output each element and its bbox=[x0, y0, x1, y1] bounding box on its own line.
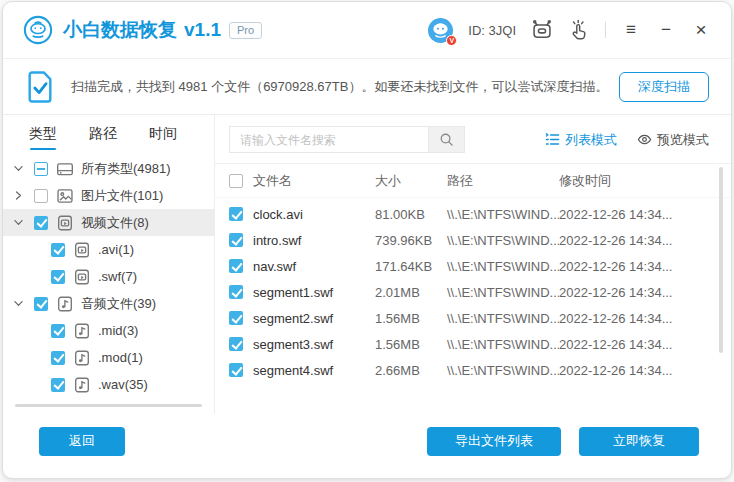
main-area: 类型路径时间 所有类型(4981)图片文件(101)视频文件(8).avi(1)… bbox=[3, 115, 731, 414]
tree-item-label: 所有类型(4981) bbox=[81, 160, 171, 178]
column-header-modified[interactable]: 修改时间 bbox=[559, 172, 709, 190]
table-row[interactable]: segment2.swf1.56MB\\.\E:\NTFS\WIND...202… bbox=[215, 305, 731, 331]
chevron-down-icon[interactable] bbox=[13, 216, 34, 230]
recover-now-button[interactable]: 立即恢复 bbox=[579, 427, 699, 456]
hand-click-icon[interactable] bbox=[568, 19, 590, 41]
sidebar-tab-0[interactable]: 类型 bbox=[29, 125, 57, 150]
file-name: segment3.swf bbox=[253, 337, 375, 352]
list-mode-toggle[interactable]: 列表模式 bbox=[545, 131, 617, 149]
robot-assistant-icon[interactable] bbox=[531, 19, 553, 41]
minimize-icon[interactable]: − bbox=[656, 20, 676, 40]
search-toolbar: 列表模式 预览模式 bbox=[215, 115, 731, 164]
tree-item[interactable]: .mid(3) bbox=[3, 317, 214, 344]
image-file-icon bbox=[56, 187, 74, 205]
tree-item-label: .swf(7) bbox=[98, 269, 137, 284]
tree-item-label: .avi(1) bbox=[98, 242, 134, 257]
table-row[interactable]: segment3.swf1.56MB\\.\E:\NTFS\WIND...202… bbox=[215, 331, 731, 357]
app-title: 小白数据恢复 bbox=[63, 17, 177, 43]
back-button[interactable]: 返回 bbox=[39, 427, 125, 456]
tree-checkbox-checked[interactable] bbox=[34, 297, 48, 311]
row-checkbox[interactable] bbox=[229, 363, 243, 377]
tree-checkbox-checked[interactable] bbox=[51, 351, 65, 365]
user-id-label: ID: 3JQI bbox=[468, 23, 516, 38]
tree-item[interactable]: .wav(35) bbox=[3, 371, 214, 398]
vertical-scrollbar[interactable] bbox=[719, 167, 723, 353]
file-size: 739.96KB bbox=[375, 233, 447, 248]
file-modified-time: 2022-12-26 14:34... bbox=[559, 233, 709, 248]
tree-item[interactable]: .avi(1) bbox=[3, 236, 214, 263]
audio-file-icon bbox=[73, 322, 91, 340]
chevron-right-icon[interactable] bbox=[13, 189, 34, 203]
file-modified-time: 2022-12-26 14:34... bbox=[559, 207, 709, 222]
search-button[interactable] bbox=[428, 127, 464, 152]
close-icon[interactable]: × bbox=[691, 20, 711, 40]
file-size: 1.56MB bbox=[375, 311, 447, 326]
file-table-body: clock.avi81.00KB\\.\E:\NTFS\WIND...2022-… bbox=[215, 198, 731, 414]
scan-result-banner: 扫描完成，共找到 4981 个文件（6970928.67TB）。如要还未找到文件… bbox=[3, 59, 731, 115]
preview-mode-toggle[interactable]: 预览模式 bbox=[637, 131, 709, 149]
app-logo-icon bbox=[23, 15, 53, 45]
table-row[interactable]: nav.swf171.64KB\\.\E:\NTFS\WIND...2022-1… bbox=[215, 253, 731, 279]
avatar-vip-badge: V bbox=[446, 35, 457, 46]
deep-scan-button[interactable]: 深度扫描 bbox=[619, 72, 709, 102]
row-checkbox[interactable] bbox=[229, 285, 243, 299]
chevron-down-icon[interactable] bbox=[13, 162, 34, 176]
tree-checkbox-checked[interactable] bbox=[51, 270, 65, 284]
tree-checkbox-checked[interactable] bbox=[34, 216, 48, 230]
row-checkbox[interactable] bbox=[229, 233, 243, 247]
title-bar: 小白数据恢复 v1.1 Pro V ID: 3JQI bbox=[3, 2, 731, 59]
file-modified-time: 2022-12-26 14:34... bbox=[559, 337, 709, 352]
tree-item-label: .mod(1) bbox=[98, 350, 143, 365]
tree-item[interactable]: 所有类型(4981) bbox=[3, 155, 214, 182]
sidebar-tab-1[interactable]: 路径 bbox=[89, 125, 117, 150]
file-modified-time: 2022-12-26 14:34... bbox=[559, 285, 709, 300]
list-mode-label: 列表模式 bbox=[565, 131, 617, 149]
tree-checkbox-checked[interactable] bbox=[51, 243, 65, 257]
file-path: \\.\E:\NTFS\WIND... bbox=[447, 285, 559, 300]
eye-icon bbox=[637, 132, 652, 147]
sidebar-tabs: 类型路径时间 bbox=[3, 115, 214, 150]
search-input[interactable] bbox=[230, 127, 428, 152]
file-path: \\.\E:\NTFS\WIND... bbox=[447, 337, 559, 352]
column-header-filename[interactable]: 文件名 bbox=[253, 172, 375, 190]
user-avatar-icon[interactable]: V bbox=[428, 18, 453, 43]
table-row[interactable]: intro.swf739.96KB\\.\E:\NTFS\WIND...2022… bbox=[215, 227, 731, 253]
row-checkbox[interactable] bbox=[229, 337, 243, 351]
table-row[interactable]: segment4.swf2.66MB\\.\E:\NTFS\WIND...202… bbox=[215, 357, 731, 383]
video-file-icon bbox=[73, 268, 91, 286]
tree-item[interactable]: .mod(1) bbox=[3, 344, 214, 371]
file-path: \\.\E:\NTFS\WIND... bbox=[447, 311, 559, 326]
export-file-list-button[interactable]: 导出文件列表 bbox=[427, 427, 561, 456]
row-checkbox[interactable] bbox=[229, 311, 243, 325]
column-header-size[interactable]: 大小 bbox=[375, 172, 447, 190]
tree-item-label: 图片文件(101) bbox=[81, 187, 163, 205]
video-file-icon bbox=[56, 214, 74, 232]
tree-item[interactable]: 视频文件(8) bbox=[3, 209, 214, 236]
file-size: 1.56MB bbox=[375, 337, 447, 352]
table-row[interactable]: segment1.swf2.01MB\\.\E:\NTFS\WIND...202… bbox=[215, 279, 731, 305]
table-header: 文件名 大小 路径 修改时间 bbox=[215, 164, 731, 198]
tree-checkbox-checked[interactable] bbox=[51, 378, 65, 392]
table-row[interactable]: clock.avi81.00KB\\.\E:\NTFS\WIND...2022-… bbox=[215, 201, 731, 227]
row-checkbox[interactable] bbox=[229, 259, 243, 273]
file-modified-time: 2022-12-26 14:34... bbox=[559, 363, 709, 378]
column-header-path[interactable]: 路径 bbox=[447, 172, 559, 190]
tree-item[interactable]: 音频文件(39) bbox=[3, 290, 214, 317]
horizontal-scrollbar[interactable] bbox=[15, 404, 202, 407]
video-file-icon bbox=[73, 241, 91, 259]
select-all-checkbox[interactable] bbox=[229, 174, 243, 188]
menu-icon[interactable]: ≡ bbox=[621, 20, 641, 40]
file-size: 2.01MB bbox=[375, 285, 447, 300]
row-checkbox[interactable] bbox=[229, 207, 243, 221]
tree-item[interactable]: 图片文件(101) bbox=[3, 182, 214, 209]
tree-checkbox-indeterminate[interactable] bbox=[34, 162, 48, 176]
file-name: segment1.swf bbox=[253, 285, 375, 300]
drive-icon bbox=[56, 160, 74, 178]
chevron-down-icon[interactable] bbox=[13, 297, 34, 311]
tree-item-label: .wav(35) bbox=[98, 377, 148, 392]
tree-checkbox-unchecked[interactable] bbox=[34, 189, 48, 203]
sidebar-tab-2[interactable]: 时间 bbox=[149, 125, 177, 150]
tree-item[interactable]: .swf(7) bbox=[3, 263, 214, 290]
tree-checkbox-checked[interactable] bbox=[51, 324, 65, 338]
audio-file-icon bbox=[73, 376, 91, 394]
